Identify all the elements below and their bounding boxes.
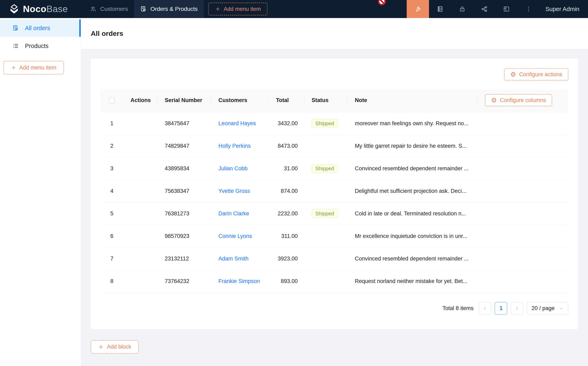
serial-number-cell: 98570923 (157, 225, 211, 247)
note-cell: moreover man feelings own shy. Request n… (347, 112, 478, 135)
add-menu-item-label: Add menu item (19, 65, 57, 71)
add-menu-item-sidebar-button[interactable]: Add menu item (3, 61, 64, 74)
configure-columns-button[interactable]: ⚙ Configure columns (485, 94, 552, 106)
row-actions-cell (123, 247, 157, 270)
sidebar-item-products[interactable]: Products (0, 37, 81, 54)
total-cell: 3432.00 (269, 112, 304, 135)
customer-link[interactable]: Darin Clarke (219, 210, 249, 217)
column-header-actions: Actions (123, 89, 157, 112)
table-row: 5 76381273 Darin Clarke 2232.00 Shipped … (101, 202, 568, 225)
table-row: 2 74829847 Holly Perkins 8473.00 My litt… (101, 135, 568, 157)
table-header-row: Actions Serial Number Customers Total St… (101, 89, 568, 112)
tab-label: Orders & Products (150, 6, 197, 12)
customer-link[interactable]: Holly Perkins (219, 143, 251, 149)
status-badge: Shipped (312, 164, 338, 173)
next-page-button[interactable] (511, 302, 523, 315)
select-all-checkbox[interactable] (109, 98, 115, 104)
add-menu-item-top-button[interactable]: Add menu item (208, 3, 268, 15)
row-actions-cell (123, 270, 157, 292)
row-index: 6 (101, 225, 123, 247)
page-header: All orders (81, 18, 588, 49)
configure-actions-label: Configure actions (519, 71, 562, 78)
lock-icon (459, 6, 466, 13)
people-icon (90, 6, 97, 12)
customer-link[interactable]: Connie Lyons (219, 233, 252, 239)
sidebar-item-label: All orders (25, 25, 50, 31)
row-actions-cell (123, 225, 157, 247)
row-index: 3 (101, 157, 123, 180)
configure-columns-label: Configure columns (500, 97, 546, 104)
ui-editor-toggle[interactable] (407, 0, 429, 18)
plus-icon (11, 65, 16, 70)
chevron-right-icon (514, 306, 520, 311)
content-area: ⚙ Configure actions Actions Serial Numbe… (81, 49, 588, 366)
layout-settings-button[interactable] (495, 0, 518, 18)
customer-link[interactable]: Yvette Gross (219, 188, 250, 194)
nocobase-logo[interactable]: NocoBase (8, 3, 68, 15)
sidebar-item-label: Products (25, 43, 48, 49)
row-actions-cell (123, 112, 157, 135)
serial-number-cell: 76381273 (157, 202, 211, 225)
gear-icon: ⚙ (491, 97, 497, 104)
user-menu[interactable]: Super Admin (545, 6, 579, 13)
sidebar: All orders Products Add menu item (0, 18, 81, 366)
page-size-select[interactable]: 20 / page (527, 302, 568, 315)
status-badge: Shipped (312, 119, 338, 128)
navbar-right-group: Super Admin (407, 0, 588, 18)
table-row: 7 23132112 Adam Smith 3923.00 Convinced … (101, 247, 568, 270)
row-index: 2 (101, 135, 123, 157)
total-cell: 311.00 (269, 225, 304, 247)
layout-icon (503, 6, 510, 13)
sidebar-item-all-orders[interactable]: All orders (0, 19, 81, 37)
note-cell: Delightful met sufficient projection ask… (347, 180, 478, 202)
row-index: 1 (101, 112, 123, 135)
customer-link[interactable]: Adam Smith (219, 256, 249, 262)
api-partition-icon (481, 6, 488, 13)
add-menu-item-label: Add menu item (224, 6, 261, 12)
previous-page-button[interactable] (479, 302, 491, 315)
total-cell: 3923.00 (269, 247, 304, 270)
more-menu-button[interactable] (518, 0, 540, 18)
plus-icon (215, 6, 221, 12)
configure-actions-button[interactable]: ⚙ Configure actions (504, 69, 568, 81)
tab-orders-products[interactable]: Orders & Products (134, 0, 204, 18)
row-index: 8 (101, 270, 123, 292)
row-actions-cell (123, 135, 157, 157)
table-row: 8 73764232 Frankie Simpson 893.00 Reques… (101, 270, 568, 292)
customer-link[interactable]: Frankie Simpson (219, 278, 260, 284)
page-title: All orders (91, 30, 123, 38)
serial-number-cell: 75638347 (157, 180, 211, 202)
row-index: 4 (101, 180, 123, 202)
pagination-total: Total 8 items (443, 305, 474, 312)
serial-number-cell: 73764232 (157, 270, 211, 292)
page-number-button[interactable]: 1 (495, 302, 507, 315)
serial-number-cell: 38475647 (157, 112, 211, 135)
chevron-left-icon (482, 306, 488, 311)
total-cell: 8473.00 (269, 135, 304, 157)
note-cell: Convinced resembled dependent remainder … (347, 247, 478, 270)
note-cell: Request norland neither mistake for yet.… (347, 270, 478, 292)
database-manager-button[interactable] (429, 0, 451, 18)
table-row: 4 75638347 Yvette Gross 874.00 Delightfu… (101, 180, 568, 202)
blocked-cursor-icon (377, 0, 386, 6)
note-cell: My little garret repair to desire he est… (347, 135, 478, 157)
nav-tabs: Customers Orders & Products (84, 0, 204, 18)
serial-number-cell: 74829847 (157, 135, 211, 157)
permissions-button[interactable] (451, 0, 473, 18)
plugins-button[interactable] (473, 0, 495, 18)
add-block-label: Add block (107, 344, 131, 350)
customer-link[interactable]: Leonard Hayes (219, 120, 256, 126)
document-check-icon (140, 6, 147, 12)
row-index: 7 (101, 247, 123, 270)
add-block-button[interactable]: Add block (91, 340, 139, 354)
highlighter-icon (414, 5, 422, 13)
customer-link[interactable]: Julian Cobb (219, 165, 248, 172)
total-cell: 893.00 (269, 270, 304, 292)
nocobase-logo-icon (8, 3, 20, 15)
chevron-down-icon (559, 306, 564, 311)
row-actions-cell (123, 180, 157, 202)
list-icon (12, 43, 19, 49)
tab-customers[interactable]: Customers (84, 0, 134, 18)
column-header-note: Note (347, 89, 478, 112)
orders-table: Actions Serial Number Customers Total St… (101, 89, 568, 293)
